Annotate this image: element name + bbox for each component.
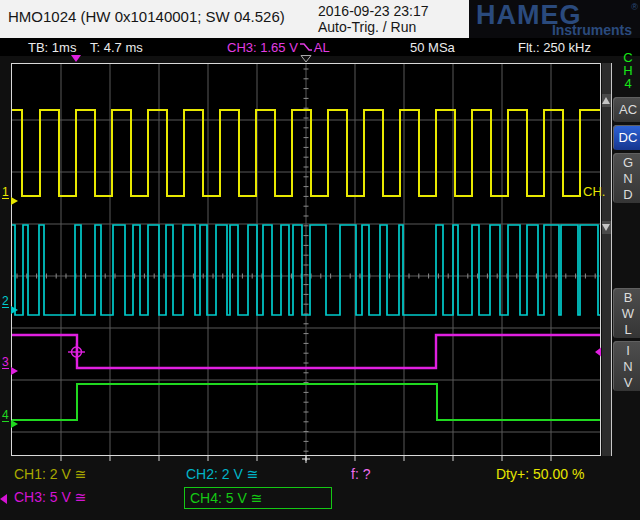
ch3-position-marker: 3 (2, 356, 24, 378)
ch2-marker-number: 2 (2, 295, 9, 308)
datetime: 2016-09-23 23:17 (318, 3, 429, 19)
ch3-marker-arrow-icon (11, 367, 18, 375)
scroll-down-icon (602, 224, 610, 231)
registered-trademark: ® (631, 2, 638, 12)
sample-rate-readout: 50 MSa (410, 40, 455, 55)
datetime-status-block: 2016-09-23 23:17 Auto-Trig. / Run (318, 3, 429, 35)
scroll-down-button[interactable] (602, 221, 611, 234)
device-model: HMO1024 (HW 0x10140001; SW 04.526) (8, 8, 285, 25)
ch4-scale-readout-box[interactable]: CH4: 5 V ≅ (184, 487, 332, 509)
center-reference-marker-icon (301, 56, 311, 63)
timebase-readout: TB: 1ms (28, 40, 76, 55)
frequency-readout: f: ? (351, 466, 370, 482)
ch3-scale-readout: CH3: 5 V ≅ (14, 489, 86, 505)
ch4-scale-readout: CH4: 5 V ≅ (190, 490, 262, 506)
trigger-source-level: CH3: 1.65 V (227, 40, 298, 55)
duty-cycle-readout: Dty+: 50.00 % (496, 466, 584, 482)
brand-subtitle: Instruments (552, 22, 632, 38)
trigger-time-readout: T: 4.7 ms (90, 40, 143, 55)
clipped-channel-label: CH. (583, 184, 605, 199)
trigger-position-marker-icon (71, 55, 81, 62)
ch2-marker-arrow-icon (11, 306, 18, 314)
trigger-suffix: AL (314, 40, 330, 55)
gnd-coupling-button[interactable]: G N D (613, 153, 640, 203)
ch3-marker-number: 3 (2, 356, 9, 369)
oscilloscope-screen: HMO1024 (HW 0x10140001; SW 04.526) 2016-… (0, 0, 640, 520)
ch4-position-marker: 4 (2, 409, 24, 431)
inv-button[interactable]: I N V (613, 341, 640, 391)
ch1-position-marker: 1 (2, 186, 24, 208)
ch3-offscreen-marker-icon (0, 494, 7, 504)
ch2-position-marker: 2 (2, 295, 24, 317)
ch1-marker-number: 1 (2, 186, 9, 199)
ch1-scale-readout: CH1: 2 V ≅ (14, 466, 86, 482)
dc-coupling-button[interactable]: DC (613, 125, 640, 150)
hameg-logo: HAMEG ® Instruments (469, 0, 640, 38)
scroll-up-button[interactable] (602, 94, 611, 107)
falling-edge-icon (299, 41, 313, 53)
filter-readout: Flt.: 250 kHz (518, 40, 591, 55)
waveform-display-area (11, 63, 601, 456)
ac-coupling-button[interactable]: AC (613, 97, 640, 122)
acquisition-status: Auto-Trig. / Run (318, 19, 429, 35)
ch4-marker-number: 4 (2, 409, 9, 422)
scroll-up-icon (602, 97, 610, 104)
channel-letter: 4 (620, 77, 636, 90)
ch2-scale-readout: CH2: 2 V ≅ (186, 466, 258, 482)
bwl-button[interactable]: B W L (613, 288, 640, 338)
ch1-marker-arrow-icon (11, 197, 18, 205)
ch4-marker-arrow-icon (11, 420, 18, 428)
active-channel-menu-label: C H 4 (620, 51, 636, 90)
top-bar: HMO1024 (HW 0x10140001; SW 04.526) 2016-… (0, 0, 640, 38)
trigger-settings-readout: CH3: 1.65 VAL (227, 40, 330, 55)
right-scroll-track (602, 63, 612, 456)
